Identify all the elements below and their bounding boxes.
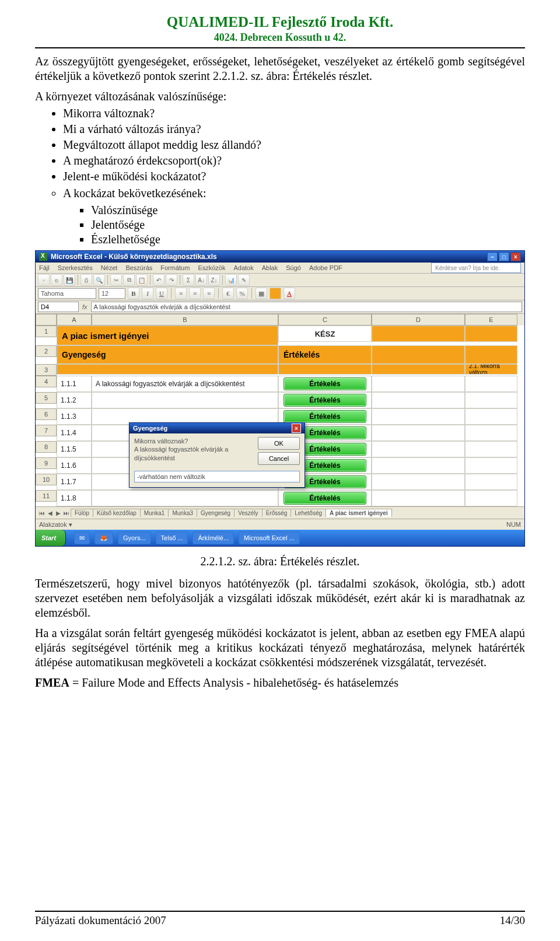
maximize-button[interactable]: □ (499, 252, 509, 261)
empty-cell[interactable] (465, 392, 517, 408)
row-header[interactable]: 5 (36, 392, 57, 404)
sheet-tab[interactable]: Fülöp (71, 509, 93, 517)
redo-icon[interactable]: ↷ (166, 274, 177, 286)
start-button[interactable]: Start (36, 530, 66, 546)
menu-format[interactable]: Formátum (160, 264, 190, 271)
sheet-tab[interactable]: Erősség (262, 509, 292, 517)
empty-cell[interactable] (465, 474, 517, 490)
empty-cell[interactable] (465, 425, 517, 441)
name-box[interactable]: D4 (38, 302, 79, 312)
fontcolor-button[interactable]: A (284, 288, 295, 299)
menu-pdf[interactable]: Adobe PDF (309, 264, 342, 271)
dialog-ok-button[interactable]: OK (258, 437, 300, 450)
drawing-icon[interactable]: ✎ (238, 274, 250, 286)
empty-cell[interactable] (372, 474, 465, 490)
window-titlebar[interactable]: Microsoft Excel - Külső környezetdiagnos… (36, 251, 524, 263)
empty-cell[interactable] (372, 425, 465, 441)
font-name-box[interactable]: Tahoma (38, 288, 96, 299)
align-left-button[interactable]: ≡ (175, 288, 187, 299)
row-number-cell[interactable]: 1.1.3 (57, 408, 92, 425)
col-header[interactable]: B (92, 314, 278, 326)
copy-icon[interactable]: ⧉ (123, 274, 135, 286)
currency-button[interactable]: € (222, 288, 234, 299)
underline-button[interactable]: U (156, 288, 167, 299)
sum-icon[interactable]: Σ (183, 274, 194, 286)
sheet-tab[interactable]: Gyengeség (197, 509, 235, 517)
taskbar-item[interactable]: Árkímélé... (192, 531, 234, 544)
row-header[interactable]: 4 (36, 376, 57, 387)
empty-cell[interactable] (465, 457, 517, 474)
chart-icon[interactable]: 📊 (225, 274, 237, 286)
empty-cell[interactable] (372, 376, 465, 392)
new-icon[interactable]: ▫ (38, 274, 50, 286)
paste-icon[interactable]: 📋 (136, 274, 148, 286)
menu-insert[interactable]: Beszúrás (125, 264, 152, 271)
menu-file[interactable]: Fájl (39, 264, 50, 271)
help-search-box[interactable]: Kérdése van? Írja be ide. (431, 263, 521, 273)
cut-icon[interactable]: ✂ (110, 274, 122, 286)
col-header[interactable]: C (278, 314, 372, 326)
print-icon[interactable]: ⎙ (80, 274, 92, 286)
row-number-cell[interactable]: 1.1.7 (57, 474, 92, 490)
sheet-tab-active[interactable]: A piac ismert igényei (326, 509, 392, 517)
sheet-tab[interactable]: Munka1 (140, 509, 169, 517)
font-size-box[interactable]: 12 (99, 288, 125, 299)
dialog-close-button[interactable]: × (292, 424, 301, 433)
undo-icon[interactable]: ↶ (153, 274, 164, 286)
sheet-tab[interactable]: Veszély (234, 509, 262, 517)
menu-data[interactable]: Adatok (233, 264, 253, 271)
menu-view[interactable]: Nézet (101, 264, 118, 271)
select-all-corner[interactable] (36, 314, 57, 326)
preview-icon[interactable]: 🔍 (93, 274, 105, 286)
row-number-cell[interactable]: 1.1.5 (57, 441, 92, 457)
taskbar-item[interactable]: 🦊 (94, 531, 113, 544)
dialog-cancel-button[interactable]: Cancel (258, 452, 300, 465)
align-center-button[interactable]: ≡ (189, 288, 201, 299)
empty-cell[interactable] (465, 441, 517, 457)
sort-asc-icon[interactable]: A↓ (195, 274, 207, 286)
row-header[interactable]: 1 (36, 326, 57, 337)
empty-cell[interactable] (372, 441, 465, 457)
taskbar-item[interactable]: Telső ... (156, 531, 188, 544)
tab-nav-last[interactable]: ⏭ (62, 510, 71, 516)
taskbar-item[interactable]: Gyors... (118, 531, 151, 544)
row-text-cell[interactable] (92, 392, 278, 408)
row-number-cell[interactable]: 1.1.8 (57, 490, 92, 506)
row-header[interactable]: 7 (36, 425, 57, 436)
menubar[interactable]: Fájl Szerkesztés Nézet Beszúrás Formátum… (36, 263, 524, 274)
taskbar-item[interactable]: Microsoft Excel ... (239, 531, 300, 544)
row-header[interactable]: 10 (36, 474, 57, 485)
row-header[interactable]: 6 (36, 408, 57, 420)
menu-tools[interactable]: Eszközök (198, 264, 225, 271)
sort-desc-icon[interactable]: Z↓ (208, 274, 220, 286)
taskbar-item[interactable]: ✉ (74, 531, 90, 544)
tab-nav-next[interactable]: ▶ (54, 510, 62, 516)
evaluate-button[interactable]: Értékelés (284, 410, 366, 423)
row-header[interactable]: 8 (36, 441, 57, 453)
row-header[interactable]: 2 (36, 345, 57, 357)
sheet-tab[interactable]: Külső kezdőlap (93, 509, 141, 517)
row-number-cell[interactable]: 1.1.2 (57, 392, 92, 408)
evaluate-button[interactable]: Értékelés (284, 394, 366, 407)
empty-cell[interactable] (372, 392, 465, 408)
minimize-button[interactable]: – (487, 252, 498, 261)
row-header[interactable]: 11 (36, 490, 57, 502)
empty-cell[interactable] (372, 457, 465, 474)
tab-nav-prev[interactable]: ◀ (46, 510, 54, 516)
open-icon[interactable]: ⎋ (51, 274, 62, 286)
close-button[interactable]: × (510, 252, 521, 261)
tab-nav-first[interactable]: ⏮ (38, 510, 46, 516)
row-header[interactable]: 3 (36, 364, 57, 376)
empty-cell[interactable] (465, 408, 517, 425)
italic-button[interactable]: I (142, 288, 153, 299)
empty-cell[interactable] (465, 376, 517, 392)
col-header[interactable]: A (57, 314, 92, 326)
col-header[interactable]: E (465, 314, 517, 326)
empty-cell[interactable] (372, 490, 465, 506)
save-icon[interactable]: 💾 (64, 274, 75, 286)
fillcolor-button[interactable] (270, 288, 281, 299)
input-dialog[interactable]: Gyengeség × Mikorra változnak? A lakossá… (129, 422, 305, 488)
empty-cell[interactable] (372, 408, 465, 425)
evaluate-button[interactable]: Értékelés (284, 377, 366, 390)
row-number-cell[interactable]: 1.1.1 (57, 376, 92, 392)
